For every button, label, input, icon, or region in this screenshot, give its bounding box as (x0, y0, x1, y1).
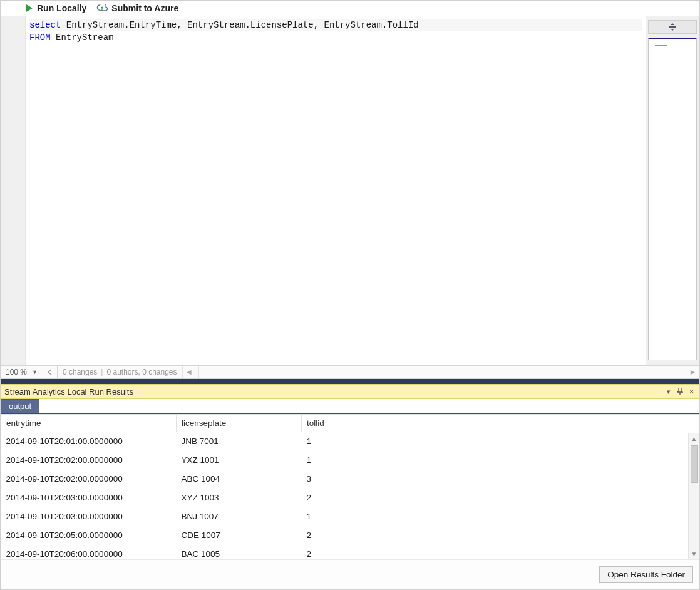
changes-count: 0 changes (63, 368, 97, 376)
table-row[interactable]: 2014-09-10T20:05:00.0000000CDE 10072 (1, 526, 699, 545)
play-icon (26, 4, 33, 13)
run-locally-label: Run Locally (37, 3, 86, 13)
scroll-down-icon[interactable]: ▼ (689, 548, 699, 559)
pin-icon[interactable] (674, 386, 686, 397)
table-row[interactable]: 2014-09-10T20:03:00.0000000BNJ 10071 (1, 507, 699, 526)
status-spacer (198, 366, 686, 378)
cell-tollid: 1 (302, 507, 364, 526)
col-header-entrytime[interactable]: entrytime (1, 415, 177, 432)
results-table: entrytime licenseplate tollid 2014-09-10… (1, 414, 699, 564)
cloud-upload-icon (96, 4, 108, 13)
chevron-down-icon: ▼ (32, 369, 38, 375)
panel-menu-icon[interactable]: ▾ (663, 386, 674, 397)
col-header-licenseplate[interactable]: licenseplate (177, 415, 302, 432)
cell-licenseplate: CDE 1007 (177, 526, 302, 545)
cell-entrytime: 2014-09-10T20:05:00.0000000 (1, 526, 177, 545)
table-row[interactable]: 2014-09-10T20:03:00.0000000XYZ 10032 (1, 489, 699, 507)
col-header-tollid[interactable]: tollid (302, 415, 364, 432)
cell-spacer (364, 526, 699, 545)
cell-spacer (364, 432, 699, 452)
svg-marker-0 (26, 4, 33, 12)
cell-tollid: 2 (302, 526, 364, 545)
scroll-thumb[interactable] (691, 445, 698, 483)
zoom-selector[interactable]: 100 % ▼ (1, 366, 43, 378)
cell-tollid: 3 (302, 470, 364, 489)
cell-spacer (364, 470, 699, 489)
table-header-row: entrytime licenseplate tollid (1, 415, 699, 432)
cell-entrytime: 2014-09-10T20:02:00.0000000 (1, 470, 177, 489)
editor-status-strip: 100 % ▼ 0 changes | 0 authors, 0 changes… (1, 365, 699, 379)
tab-output-label: output (9, 401, 31, 411)
cell-licenseplate: BNJ 1007 (177, 507, 302, 526)
cell-tollid: 1 (302, 451, 364, 470)
svg-rect-1 (669, 26, 676, 28)
table-row[interactable]: 2014-09-10T20:01:00.0000000JNB 70011 (1, 432, 699, 452)
code-editor[interactable]: select EntryStream.EntryTime, EntryStrea… (26, 16, 646, 365)
cell-spacer (364, 545, 699, 564)
code-minimap[interactable] (648, 38, 697, 360)
run-locally-button[interactable]: Run Locally (26, 3, 86, 13)
results-tabs: output (1, 399, 699, 414)
cell-spacer (364, 507, 699, 526)
app-window: Run Locally Submit to Azure select Entry… (0, 0, 700, 590)
scroll-up-icon[interactable]: ▲ (689, 433, 699, 444)
results-panel-titlebar: Stream Analytics Local Run Results ▾ ✕ (1, 384, 699, 399)
zoom-level: 100 % (6, 368, 27, 376)
cell-entrytime: 2014-09-10T20:03:00.0000000 (1, 489, 177, 507)
tab-output[interactable]: output (1, 399, 39, 413)
open-results-folder-label: Open Results Folder (607, 570, 685, 579)
cell-entrytime: 2014-09-10T20:02:00.0000000 (1, 451, 177, 470)
cell-spacer (364, 489, 699, 507)
cell-entrytime: 2014-09-10T20:06:00.0000000 (1, 545, 177, 564)
changes-info: 0 changes | 0 authors, 0 changes (58, 368, 182, 376)
split-handle[interactable] (648, 20, 697, 34)
close-icon[interactable]: ✕ (686, 386, 697, 397)
minimap-column (646, 16, 699, 365)
history-prev-button[interactable]: ◄ (182, 366, 196, 378)
cell-entrytime: 2014-09-10T20:01:00.0000000 (1, 432, 177, 452)
cell-tollid: 2 (302, 489, 364, 507)
table-row[interactable]: 2014-09-10T20:02:00.0000000YXZ 10011 (1, 451, 699, 470)
cell-tollid: 2 (302, 545, 364, 564)
cell-entrytime: 2014-09-10T20:03:00.0000000 (1, 507, 177, 526)
table-row[interactable]: 2014-09-10T20:06:00.0000000BAC 10052 (1, 545, 699, 564)
table-row[interactable]: 2014-09-10T20:02:00.0000000ABC 10043 (1, 470, 699, 489)
cell-licenseplate: JNB 7001 (177, 432, 302, 452)
results-panel-title: Stream Analytics Local Run Results (4, 387, 663, 396)
history-back-button[interactable] (43, 366, 58, 378)
results-footer: Open Results Folder (1, 559, 699, 589)
cell-licenseplate: YXZ 1001 (177, 451, 302, 470)
history-next-button[interactable]: ► (686, 366, 699, 378)
cell-licenseplate: ABC 1004 (177, 470, 302, 489)
col-header-spacer (364, 415, 699, 432)
editor-toolbar: Run Locally Submit to Azure (1, 1, 699, 16)
cell-tollid: 1 (302, 432, 364, 452)
cell-spacer (364, 451, 699, 470)
editor-gutter (1, 16, 26, 365)
cell-licenseplate: XYZ 1003 (177, 489, 302, 507)
results-scrollbar[interactable]: ▲ ▼ (688, 433, 699, 559)
panel-divider[interactable] (1, 379, 699, 384)
separator: | (101, 368, 103, 376)
editor-row: select EntryStream.EntryTime, EntryStrea… (1, 16, 699, 365)
results-table-wrap: entrytime licenseplate tollid 2014-09-10… (1, 414, 699, 559)
authors-changes: 0 authors, 0 changes (106, 368, 177, 376)
open-results-folder-button[interactable]: Open Results Folder (599, 566, 693, 583)
cell-licenseplate: BAC 1005 (177, 545, 302, 564)
submit-azure-label: Submit to Azure (111, 3, 178, 13)
submit-azure-button[interactable]: Submit to Azure (96, 3, 178, 13)
